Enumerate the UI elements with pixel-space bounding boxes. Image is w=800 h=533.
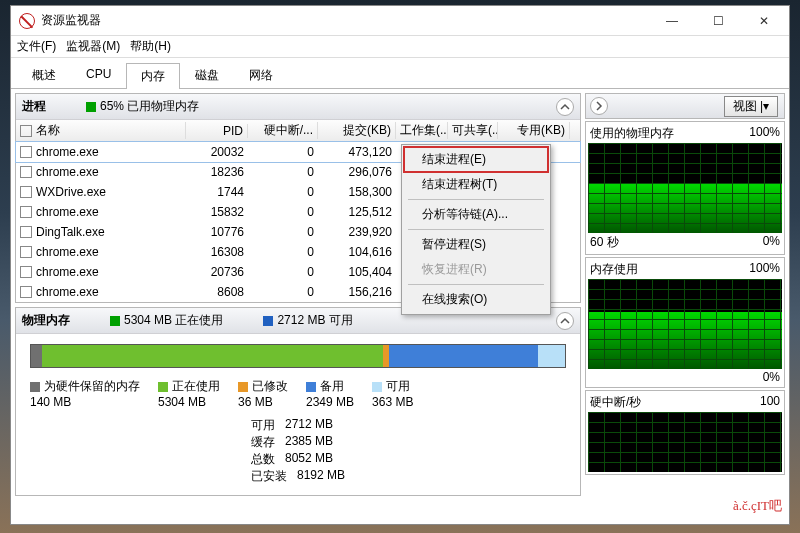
graph3-title: 硬中断/秒: [590, 394, 641, 411]
legend-item: 正在使用5304 MB: [158, 378, 220, 409]
table-header: 名称 PID 硬中断/... 提交(KB) 工作集(... 可共享(... 专用…: [16, 120, 580, 142]
row-checkbox[interactable]: [20, 286, 32, 298]
tab-overview[interactable]: 概述: [17, 62, 71, 88]
graph3-max: 100: [760, 394, 780, 411]
row-checkbox[interactable]: [20, 266, 32, 278]
row-checkbox[interactable]: [20, 206, 32, 218]
stat-avail-value: 2712 MB: [285, 417, 333, 434]
usage-swatch: [86, 102, 96, 112]
col-pid[interactable]: PID: [186, 124, 248, 138]
stat-cache-label: 缓存: [251, 434, 275, 451]
resource-monitor-window: 资源监视器 — ☐ ✕ 文件(F) 监视器(M) 帮助(H) 概述 CPU 内存…: [10, 5, 790, 525]
close-button[interactable]: ✕: [741, 7, 787, 35]
col-hardfaults[interactable]: 硬中断/...: [248, 122, 318, 139]
ctx-end-process[interactable]: 结束进程(E): [404, 147, 548, 172]
menu-monitor[interactable]: 监视器(M): [66, 38, 120, 55]
physmem-body: 为硬件保留的内存140 MB正在使用5304 MB已修改36 MB备用2349 …: [16, 334, 580, 495]
memory-legend: 为硬件保留的内存140 MB正在使用5304 MB已修改36 MB备用2349 …: [30, 378, 566, 409]
physmem-title: 物理内存: [22, 312, 70, 329]
collapse-icon[interactable]: [590, 97, 608, 115]
titlebar: 资源监视器 — ☐ ✕: [11, 6, 789, 36]
memory-bar: [30, 344, 566, 368]
view-dropdown[interactable]: 视图 |▾: [724, 96, 778, 117]
stat-total-label: 总数: [251, 451, 275, 468]
right-column: 视图 |▾ 使用的物理内存100% 60 秒0% 内存使用100% 0% 硬中断…: [585, 93, 785, 520]
usage-text: 65% 已用物理内存: [100, 98, 199, 115]
stat-installed-value: 8192 MB: [297, 468, 345, 485]
col-private[interactable]: 专用(KB): [498, 122, 570, 139]
row-checkbox[interactable]: [20, 146, 32, 158]
col-name[interactable]: 名称: [16, 122, 186, 139]
right-header: 视图 |▾: [585, 93, 785, 119]
row-checkbox[interactable]: [20, 246, 32, 258]
col-workingset[interactable]: 工作集(...: [396, 122, 448, 139]
maximize-button[interactable]: ☐: [695, 7, 741, 35]
context-menu: 结束进程(E) 结束进程树(T) 分析等待链(A)... 暂停进程(S) 恢复进…: [401, 144, 551, 315]
stat-installed-label: 已安装: [251, 468, 287, 485]
avail-swatch: [263, 316, 273, 326]
graph1-title: 使用的物理内存: [590, 125, 674, 142]
left-column: 进程 65% 已用物理内存 名称 PID 硬中断/... 提交(KB) 工作集(…: [15, 93, 581, 520]
tab-network[interactable]: 网络: [234, 62, 288, 88]
app-icon: [19, 13, 35, 29]
inuse-swatch: [110, 316, 120, 326]
row-checkbox[interactable]: [20, 166, 32, 178]
row-checkbox[interactable]: [20, 186, 32, 198]
graph-commit: 内存使用100% 0%: [585, 257, 785, 388]
avail-text: 2712 MB 可用: [277, 312, 352, 329]
row-checkbox[interactable]: [20, 226, 32, 238]
collapse-icon[interactable]: [556, 98, 574, 116]
memory-stats: 可用2712 MB 缓存2385 MB 总数8052 MB 已安装8192 MB: [30, 417, 566, 485]
processes-title: 进程: [22, 98, 46, 115]
menu-file[interactable]: 文件(F): [17, 38, 56, 55]
processes-panel: 进程 65% 已用物理内存 名称 PID 硬中断/... 提交(KB) 工作集(…: [15, 93, 581, 303]
tab-memory[interactable]: 内存: [126, 63, 180, 89]
bar-standby: [389, 345, 539, 367]
graph2-title: 内存使用: [590, 261, 638, 278]
graph3-canvas: [588, 412, 782, 472]
tab-cpu[interactable]: CPU: [71, 62, 126, 88]
graph1-xlabel: 60 秒: [590, 234, 619, 251]
graph1-canvas: [588, 143, 782, 233]
graph1-max: 100%: [749, 125, 780, 142]
graph-hardfaults: 硬中断/秒100: [585, 390, 785, 475]
graph1-min: 0%: [763, 234, 780, 251]
content-area: 进程 65% 已用物理内存 名称 PID 硬中断/... 提交(KB) 工作集(…: [11, 89, 789, 524]
bar-inuse: [42, 345, 384, 367]
ctx-analyze-wait[interactable]: 分析等待链(A)...: [404, 202, 548, 227]
legend-item: 可用363 MB: [372, 378, 413, 409]
stat-total-value: 8052 MB: [285, 451, 333, 468]
ctx-resume: 恢复进程(R): [404, 257, 548, 282]
col-commit[interactable]: 提交(KB): [318, 122, 396, 139]
graph2-canvas: [588, 279, 782, 369]
bar-free: [538, 345, 565, 367]
legend-item: 备用2349 MB: [306, 378, 354, 409]
minimize-button[interactable]: —: [649, 7, 695, 35]
processes-header[interactable]: 进程 65% 已用物理内存: [16, 94, 580, 120]
watermark: à.č.çIT吧: [733, 497, 782, 515]
tab-disk[interactable]: 磁盘: [180, 62, 234, 88]
graph-physical-memory: 使用的物理内存100% 60 秒0%: [585, 121, 785, 255]
ctx-search-online[interactable]: 在线搜索(O): [404, 287, 548, 312]
bar-reserved: [31, 345, 42, 367]
ctx-suspend[interactable]: 暂停进程(S): [404, 232, 548, 257]
inuse-text: 5304 MB 正在使用: [124, 312, 223, 329]
physical-memory-panel: 物理内存 5304 MB 正在使用 2712 MB 可用 为硬件保留的内存140…: [15, 307, 581, 496]
menubar: 文件(F) 监视器(M) 帮助(H): [11, 36, 789, 58]
stat-avail-label: 可用: [251, 417, 275, 434]
legend-item: 已修改36 MB: [238, 378, 288, 409]
graph2-min: 0%: [763, 370, 780, 384]
window-title: 资源监视器: [41, 12, 649, 29]
legend-item: 为硬件保留的内存140 MB: [30, 378, 140, 409]
select-all-checkbox[interactable]: [20, 125, 32, 137]
graph2-max: 100%: [749, 261, 780, 278]
collapse-icon[interactable]: [556, 312, 574, 330]
stat-cache-value: 2385 MB: [285, 434, 333, 451]
ctx-end-tree[interactable]: 结束进程树(T): [404, 172, 548, 197]
menu-help[interactable]: 帮助(H): [130, 38, 171, 55]
col-shareable[interactable]: 可共享(...: [448, 122, 498, 139]
tab-strip: 概述 CPU 内存 磁盘 网络: [11, 58, 789, 89]
